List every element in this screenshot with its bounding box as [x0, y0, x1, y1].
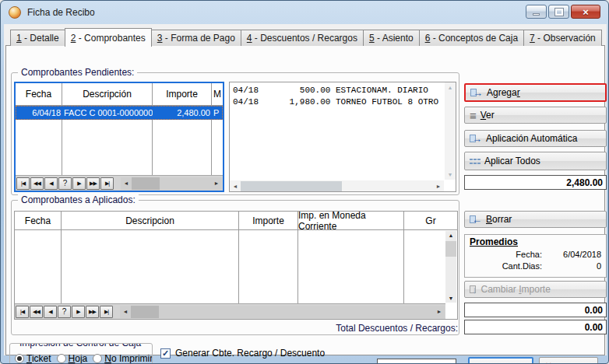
- column-header-importe: Importe: [239, 212, 298, 229]
- ver-button[interactable]: ≡ Ver: [464, 107, 607, 124]
- promedios-dias-label: Cant.Dias:: [470, 261, 553, 271]
- aplicar-todos-button[interactable]: Aplicar Todos: [464, 152, 607, 170]
- promedios-fecha-value: 6/04/2018: [553, 250, 601, 259]
- tab-bar: 1 - Detalle 2 - Comprobantes 3 - Forma d…: [10, 28, 601, 46]
- detail-text: 04/18 500.00 ESTACIONAM. DIARIO 04/18 1,…: [231, 83, 444, 180]
- scroll-up-icon[interactable]: ▲: [448, 82, 453, 93]
- promedios-fecha-label: Fecha:: [470, 250, 553, 259]
- row-fecha: 6/04/18: [16, 106, 62, 120]
- app-icon: [9, 6, 21, 19]
- nav-last-button[interactable]: ▶|: [100, 177, 114, 190]
- maximize-button[interactable]: [548, 5, 569, 19]
- nav-help-button[interactable]: ?: [58, 177, 72, 190]
- tab-observacion[interactable]: 7 - Observación: [523, 30, 602, 46]
- scrollbar-thumb[interactable]: [132, 177, 160, 190]
- titlebar[interactable]: Ficha de Recibo ×: [1, 1, 608, 24]
- column-header-descripcion: Descripcion: [62, 212, 239, 229]
- borrar-button[interactable]: ← Borrar: [464, 211, 607, 228]
- apply-arrow-icon: →: [470, 134, 482, 144]
- nav-prior-button[interactable]: ◀: [44, 306, 57, 318]
- column-header-fecha: Fecha: [16, 83, 62, 105]
- applied-table-header: Fecha Descripcion Importe Imp. en Moneda…: [15, 212, 457, 230]
- applied-horizontal-scrollbar[interactable]: ◄ ►: [120, 306, 445, 318]
- radio-ticket[interactable]: Ticket: [15, 353, 51, 364]
- radio-no-imprimir[interactable]: No Imprimir: [93, 353, 153, 364]
- detail-text-panel[interactable]: 04/18 500.00 ESTACIONAM. DIARIO 04/18 1,…: [229, 82, 456, 192]
- nav-prior-button[interactable]: ◀: [44, 177, 58, 190]
- generar-cbte-checkbox[interactable]: ✓: [160, 348, 171, 359]
- total-a-cobrar-field[interactable]: [377, 359, 456, 364]
- scrollbar-thumb[interactable]: [241, 181, 342, 191]
- row-importe: 2,480.00: [153, 106, 212, 120]
- scroll-down-icon[interactable]: ▼: [445, 294, 456, 303]
- radio-hoja-circle[interactable]: [57, 354, 66, 363]
- radio-no-imprimir-circle[interactable]: [93, 354, 102, 363]
- detail-horizontal-scrollbar[interactable]: ◄ ►: [230, 180, 444, 191]
- group-impresion-control-caja: Impresión de Control de Caja Ticket Hoja…: [9, 343, 153, 364]
- scroll-right-icon[interactable]: ►: [434, 309, 445, 314]
- scroll-up-icon[interactable]: ▲: [445, 231, 456, 240]
- tab-conceptos-de-caja[interactable]: 6 - Conceptos de Caja: [419, 30, 524, 46]
- pending-total-field[interactable]: [464, 175, 607, 190]
- scrollbar-thumb[interactable]: [131, 306, 159, 318]
- nav-last-button[interactable]: ▶|: [100, 306, 113, 318]
- applied-navigator: |◀ ◀◀ ◀ ? ▶ ▶▶ ▶| ◄ ►: [15, 303, 445, 319]
- generar-cbte-checkbox-row: ✓ Generar Cbte. Recargo / Descuento: [160, 348, 325, 359]
- total-descuentos-recargos-field[interactable]: [464, 320, 607, 334]
- pending-table-body: [16, 120, 223, 175]
- tab-detalle[interactable]: 1 - Detalle: [10, 30, 65, 46]
- generar-cbte-label: Generar Cbte. Recargo / Descuento: [175, 348, 325, 359]
- change-amount-arrow-icon: ↓: [470, 285, 477, 295]
- pending-horizontal-scrollbar[interactable]: ◄ ►: [121, 177, 222, 190]
- row-moneda: P: [212, 106, 223, 120]
- nav-prior-page-button[interactable]: ◀◀: [30, 306, 43, 318]
- nav-first-button[interactable]: |◀: [16, 306, 29, 318]
- applied-total-field[interactable]: [464, 303, 607, 317]
- nav-next-page-button[interactable]: ▶▶: [86, 177, 100, 190]
- scroll-right-icon[interactable]: ►: [433, 184, 444, 189]
- apply-arrow-icon: →: [470, 88, 483, 98]
- close-icon: ×: [583, 7, 589, 17]
- column-header-imp-moneda-corriente: Imp. en Moneda Corriente: [298, 212, 404, 229]
- nav-next-button[interactable]: ▶: [72, 306, 85, 318]
- nav-first-button[interactable]: |◀: [16, 177, 30, 190]
- nav-next-button[interactable]: ▶: [72, 177, 86, 190]
- nav-help-button[interactable]: ?: [58, 306, 71, 318]
- column-header-importe: Importe: [153, 83, 212, 105]
- tab-asiento[interactable]: 5 - Asiento: [363, 30, 420, 46]
- print-mode-radio-group: Ticket Hoja No Imprimir: [15, 353, 153, 364]
- tab-forma-de-pago[interactable]: 3 - Forma de Pago: [151, 30, 241, 46]
- tab-descuentos-recargos[interactable]: 4 - Descuentos / Recargos: [241, 30, 364, 46]
- scroll-down-icon[interactable]: ▼: [448, 170, 453, 180]
- promedios-dias-value: 0: [553, 261, 601, 271]
- minimize-icon: [533, 13, 540, 16]
- agregar-button[interactable]: → Agregar: [464, 83, 607, 102]
- scroll-left-icon[interactable]: ◄: [120, 309, 131, 314]
- promedios-title: Promedios: [470, 236, 601, 247]
- minimize-button[interactable]: [526, 5, 547, 19]
- nav-prior-page-button[interactable]: ◀◀: [30, 177, 44, 190]
- menu-icon: ≡: [470, 110, 477, 121]
- aplicacion-automatica-button[interactable]: → Aplicación Automática: [464, 130, 607, 147]
- close-button[interactable]: ×: [571, 5, 600, 19]
- tab-comprobantes[interactable]: 2 - Comprobantes: [65, 28, 152, 47]
- detail-vertical-scrollbar[interactable]: ▲ ▼: [445, 82, 456, 180]
- column-header-moneda: M: [212, 83, 223, 105]
- scroll-right-icon[interactable]: ►: [211, 180, 222, 186]
- row-descripcion: FACC C 0001-00000000: [62, 106, 153, 120]
- cancelar-button[interactable]: ✖ Cancelar: [539, 357, 598, 364]
- radio-hoja[interactable]: Hoja: [57, 353, 88, 364]
- radio-ticket-circle[interactable]: [15, 354, 24, 363]
- column-header-fecha: Fecha: [15, 212, 62, 229]
- nav-next-page-button[interactable]: ▶▶: [86, 306, 99, 318]
- applied-vertical-scrollbar[interactable]: ▲ ▼: [445, 231, 456, 303]
- table-row[interactable]: 6/04/18 FACC C 0001-00000000 2,480.00 P: [16, 106, 223, 120]
- cambiar-importe-button[interactable]: ↓ Cambiar Importe: [464, 281, 607, 298]
- ficha-de-recibo-window: Ficha de Recibo × 1 - Detalle 2 - Compro…: [0, 0, 609, 364]
- scrollbar-thumb[interactable]: [445, 241, 456, 257]
- tab-page: Comprobantes Pendientes: Fecha Descripci…: [5, 45, 605, 355]
- pending-navigator: |◀ ◀◀ ◀ ? ▶ ▶▶ ▶| ◄ ►: [16, 175, 223, 191]
- aceptar-button[interactable]: ✔ Aceptar: [468, 357, 533, 364]
- scroll-left-icon[interactable]: ◄: [121, 180, 132, 186]
- scroll-left-icon[interactable]: ◄: [230, 184, 241, 189]
